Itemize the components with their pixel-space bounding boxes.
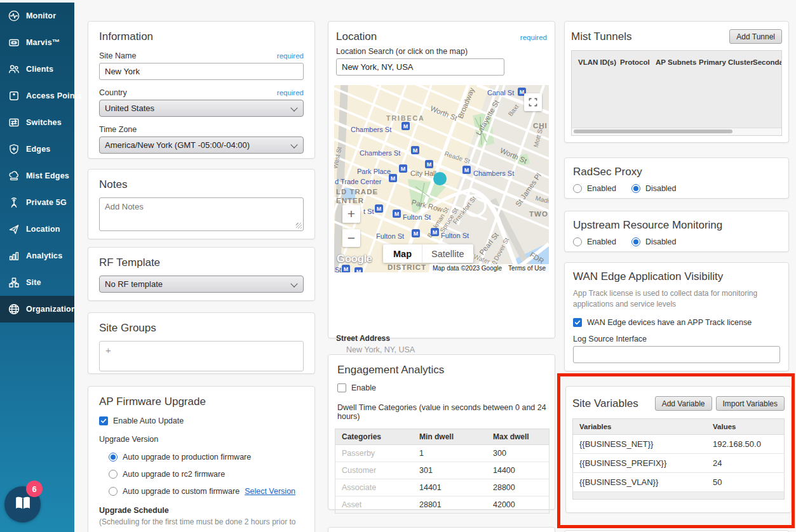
radio-selected[interactable] <box>631 184 640 193</box>
card-title: RadSec Proxy <box>573 166 780 178</box>
chevron-down-icon <box>290 104 297 111</box>
radio-label: Auto upgrade to custom firmware <box>123 487 239 496</box>
terms-of-use-link[interactable]: Terms of Use <box>505 264 549 272</box>
enable-auto-update-row[interactable]: Enable Auto Update <box>99 416 304 425</box>
shield-plus-icon <box>8 143 20 156</box>
site-groups-input[interactable]: + <box>99 341 304 371</box>
notes-textarea[interactable] <box>99 197 304 231</box>
sidebar-item-switches[interactable]: Switches <box>0 109 74 136</box>
radsec-enabled-radio[interactable]: Enabled <box>573 184 616 193</box>
google-logo[interactable]: Google <box>337 253 372 265</box>
radio-unselected[interactable] <box>573 237 582 246</box>
max-dwell-cell[interactable]: 28800 <box>487 479 550 496</box>
map-type-satellite-button[interactable]: Satellite <box>422 244 473 263</box>
horizontal-scrollbar[interactable] <box>572 128 781 135</box>
scrollbar-thumb[interactable] <box>574 130 732 133</box>
checkbox-checked[interactable] <box>573 318 582 327</box>
sidebar-item-analytics[interactable]: Analytics <box>0 243 74 269</box>
map-zoom-out-button[interactable]: − <box>342 229 360 247</box>
location-search-input[interactable] <box>336 58 504 76</box>
value-cell: 192.168.50.0 <box>706 435 785 454</box>
location-marker[interactable] <box>433 172 447 185</box>
min-dwell-cell[interactable]: 28801 <box>413 496 487 514</box>
add-tunnel-button[interactable]: Add Tunnel <box>729 29 782 44</box>
marvis-icon <box>8 36 20 49</box>
sidebar-item-marvis[interactable]: Marvis™ <box>0 29 74 56</box>
app-track-license-row[interactable]: WAN Edge devices have an APP Track licen… <box>573 318 780 327</box>
sidebar-item-monitor[interactable]: Monitor <box>0 3 74 29</box>
radio-custom-firmware[interactable]: Auto upgrade to custom firmware Select V… <box>109 487 304 496</box>
rf-template-select[interactable]: No RF template <box>99 276 304 293</box>
sidebar-item-location[interactable]: Location <box>0 216 74 243</box>
radio-production-firmware[interactable]: Auto upgrade to production firmware <box>109 453 304 462</box>
table-row[interactable]: {{BUSINESS_NET}}192.168.50.0 <box>573 435 785 454</box>
ap-firmware-card: AP Firmware Upgrade Enable Auto Update U… <box>88 386 315 532</box>
site-groups-card: Site Groups + <box>88 312 315 374</box>
sidebar-item-organization[interactable]: Organization <box>0 296 74 323</box>
map-canvas[interactable]: Canal StMWorth StBroadwayTRIBECAChambers… <box>334 85 549 272</box>
log-source-input[interactable] <box>573 346 780 363</box>
resize-handle[interactable] <box>296 223 302 229</box>
next-card-partial <box>328 527 555 532</box>
min-dwell-cell[interactable]: 1 <box>413 445 487 462</box>
notification-badge[interactable]: 6 <box>26 481 43 497</box>
cloud-stack-icon <box>8 170 20 182</box>
select-version-link[interactable]: Select Version <box>245 487 295 496</box>
table-row[interactable]: {{BUSINESS_PREFIX}}24 <box>573 454 785 473</box>
sidebar-item-access-points[interactable]: Access Points <box>0 83 74 109</box>
map-label: Chambers St <box>351 126 391 133</box>
engagement-enable-row[interactable]: Enable <box>337 383 548 392</box>
upstream-disabled-radio[interactable]: Disabled <box>631 237 677 246</box>
sidebar-item-label: Analytics <box>26 251 62 260</box>
upstream-enabled-radio[interactable]: Enabled <box>573 237 616 246</box>
table-row: Passerby1300 <box>335 445 550 462</box>
table-row: Asset2880142000 <box>335 496 550 514</box>
metro-station-icon: M <box>425 160 433 168</box>
radio-selected[interactable] <box>109 453 118 462</box>
sidebar-item-label: Switches <box>26 118 62 127</box>
sidebar-item-clients[interactable]: Clients <box>0 56 74 83</box>
category-cell: Asset <box>335 496 414 514</box>
map-label: Broadway <box>456 86 475 119</box>
site-name-input[interactable] <box>99 63 304 80</box>
country-select[interactable]: United States <box>99 100 304 117</box>
information-card: Information Site Name required Country r… <box>88 21 315 159</box>
radio-unselected[interactable] <box>109 487 118 496</box>
max-dwell-cell[interactable]: 42000 <box>487 496 550 514</box>
radio-unselected[interactable] <box>109 470 118 479</box>
sidebar-item-label: Organization <box>26 305 76 314</box>
upgrade-schedule-label: Upgrade Schedule <box>99 506 304 515</box>
country-label: Country <box>99 88 127 97</box>
map-zoom-in-button[interactable]: + <box>342 205 360 223</box>
add-variable-button[interactable]: Add Variable <box>655 396 712 411</box>
max-dwell-cell[interactable]: 300 <box>487 445 550 462</box>
map-type-toggle: Map Satellite <box>383 244 473 263</box>
checkbox-unchecked[interactable] <box>337 383 346 392</box>
sidebar-item-mist-edges[interactable]: Mist Edges <box>0 163 74 189</box>
max-dwell-cell[interactable]: 14400 <box>487 462 550 479</box>
map-label: TWO <box>529 210 548 218</box>
table-row[interactable]: {{BUSINESS_VLAN}}50 <box>573 473 785 492</box>
checkbox-checked[interactable] <box>99 416 108 425</box>
map-type-map-button[interactable]: Map <box>383 244 422 263</box>
map-fullscreen-button[interactable] <box>524 93 542 111</box>
column-header: AP Subnets <box>656 58 696 66</box>
log-source-label: Log Source Interface <box>573 335 780 343</box>
sidebar-item-edges[interactable]: Edges <box>0 136 74 163</box>
sidebar-item-site[interactable]: Site <box>0 269 74 296</box>
radio-rc2-firmware[interactable]: Auto upgrade to rc2 firmware <box>109 470 304 479</box>
radio-selected[interactable] <box>631 237 640 246</box>
radio-unselected[interactable] <box>573 184 582 193</box>
radsec-disabled-radio[interactable]: Disabled <box>631 184 677 193</box>
time-zone-select[interactable]: America/New York (GMT -05:00/-04:00) <box>99 136 304 154</box>
min-dwell-cell[interactable]: 14401 <box>413 479 487 496</box>
sidebar-item-private-5g[interactable]: Private 5G <box>0 189 74 216</box>
card-title: WAN Edge Application Visibility <box>573 270 780 283</box>
switch-icon <box>8 116 20 129</box>
sidebar-item-label: Private 5G <box>26 198 67 207</box>
import-variables-button[interactable]: Import Variables <box>716 396 785 411</box>
plus-icon[interactable]: + <box>105 345 111 356</box>
min-dwell-cell[interactable]: 301 <box>413 462 487 479</box>
card-title: AP Firmware Upgrade <box>99 396 304 408</box>
globe-icon <box>8 303 20 316</box>
